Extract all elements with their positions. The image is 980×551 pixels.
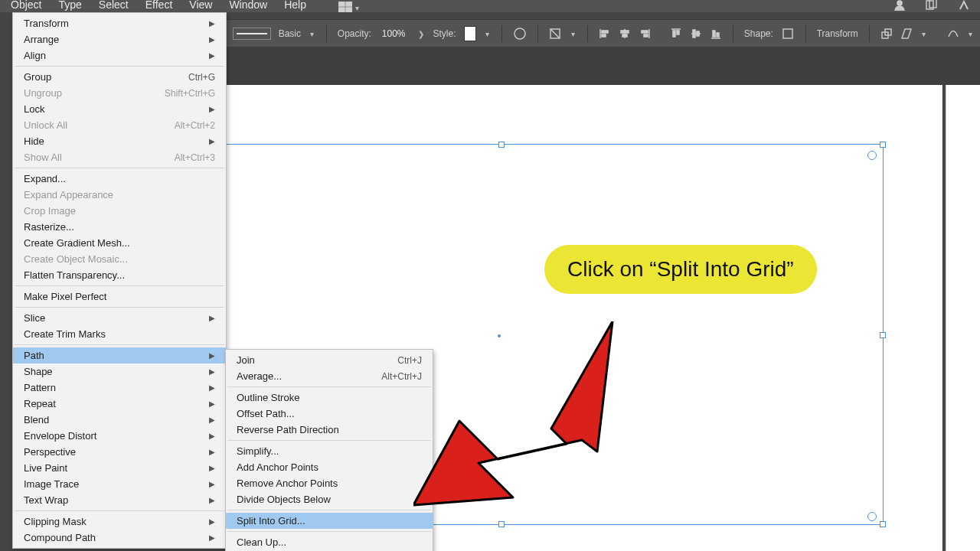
svg-rect-24 [697,31,699,36]
style-swatch[interactable] [464,26,476,41]
object-menu-item[interactable]: Text Wrap▶ [13,492,226,508]
submenu-arrow-icon: ▶ [207,517,215,526]
menu-help[interactable]: Help [276,0,314,12]
object-menu-item[interactable]: Slice▶ [13,310,226,326]
share-icon[interactable] [893,0,906,12]
object-menu-item[interactable]: Envelope Distort▶ [13,428,226,444]
object-menu-item[interactable]: Perspective▶ [13,444,226,460]
menu-separator [227,531,431,532]
path-menu-item[interactable]: Reverse Path Direction [226,422,433,438]
align-bottom-icon[interactable] [710,27,722,41]
align-hcenter-icon[interactable] [619,27,631,41]
object-menu-item[interactable]: GroupCtrl+G [13,69,226,85]
opacity-label: Opacity: [338,28,371,39]
path-menu-item[interactable]: Clean Up... [226,534,433,550]
menu-item-shortcut: Ctrl+G [173,72,215,83]
menu-type[interactable]: Type [51,0,89,12]
menu-item-label: Arrange [24,34,207,45]
menu-window[interactable]: Window [221,0,275,12]
object-menu-item: Create Object Mosaic... [13,251,226,267]
object-menu-item: UngroupShift+Ctrl+G [13,85,226,101]
workspace-switcher-icon[interactable] [338,0,352,14]
separator [537,25,538,42]
object-menu-item[interactable]: Create Gradient Mesh... [13,235,226,251]
align-left-icon[interactable] [599,27,611,41]
object-menu-item[interactable]: Arrange▶ [13,31,226,47]
object-menu-item[interactable]: Lock▶ [13,101,226,117]
isolate-icon[interactable] [548,27,562,41]
arrange-windows-icon[interactable] [925,0,939,12]
path-menu-item[interactable]: Offset Path... [226,406,433,422]
object-menu-item[interactable]: Hide▶ [13,133,226,149]
selection-handle[interactable] [498,142,505,148]
shape-tool-icon[interactable] [781,27,795,41]
path-menu-item[interactable]: Add Anchor Points [226,459,433,475]
corner-widget-icon[interactable] [867,151,877,160]
free-transform-chevron-icon[interactable]: ▾ [967,30,974,38]
free-transform-icon[interactable] [947,27,959,41]
object-menu-item[interactable]: Transform▶ [13,15,226,31]
tab-strip [227,47,980,85]
isolate-chevron-icon[interactable]: ▾ [570,30,577,38]
align-top-icon[interactable] [670,27,682,41]
object-menu-item[interactable]: Repeat▶ [13,396,226,412]
selection-handle[interactable] [880,332,886,338]
object-menu-item[interactable]: Align▶ [13,47,226,64]
path-menu-item[interactable]: Outline Stroke [226,390,433,406]
object-menu-item[interactable]: Rasterize... [13,219,226,235]
object-menu-item[interactable]: Create Trim Marks [13,326,226,342]
object-menu-item[interactable]: Pattern▶ [13,380,226,396]
recolor-icon[interactable] [513,27,527,41]
menu-effect[interactable]: Effect [138,0,181,12]
object-menu-item[interactable]: Compound Path▶ [13,530,226,546]
object-menu-item[interactable]: Image Trace▶ [13,476,226,492]
path-menu-item[interactable]: Simplify... [226,443,433,459]
menu-item-label: Lock [24,103,207,115]
svg-rect-1 [346,2,352,6]
align-vcenter-icon[interactable] [690,27,702,41]
object-menu-item[interactable]: Expand... [13,171,226,187]
object-menu-item[interactable]: Clipping Mask▶ [13,514,226,530]
stroke-profile-button[interactable] [233,28,271,40]
object-menu-item[interactable]: Blend▶ [13,412,226,428]
object-menu-item[interactable]: Flatten Transparency... [13,267,226,283]
path-menu-item[interactable]: JoinCtrl+J [226,352,433,368]
selection-handle[interactable] [880,142,886,148]
menu-object[interactable]: Object [3,0,49,12]
stroke-preset-chevron-icon[interactable]: ▾ [309,30,315,38]
selection-handle[interactable] [498,521,505,527]
opacity-value[interactable]: 100% [379,27,409,41]
menu-view[interactable]: View [181,0,220,12]
menu-item-label: Create Trim Marks [24,328,215,340]
menu-item-label: Path [24,350,207,361]
path-menu-item[interactable]: Remove Anchor Points [226,475,433,491]
path-menu-item[interactable]: Divide Objects Below [226,491,433,507]
tutorial-arrow-icon [413,321,620,513]
menu-item-label: Ungroup [24,87,149,99]
workspace-switcher-chevron-icon[interactable]: ▾ [354,4,361,12]
separator [733,25,733,42]
submenu-arrow-icon: ▶ [207,416,215,424]
opacity-chevron-icon[interactable]: ❯ [416,30,426,38]
shear-icon[interactable] [900,27,913,41]
align-right-icon[interactable] [639,27,651,41]
shear-chevron-icon[interactable]: ▾ [920,30,927,38]
menu-item-label: Transform [24,18,207,29]
menu-item-label: Clean Up... [237,536,422,548]
selection-handle[interactable] [880,521,886,527]
path-menu-item[interactable]: Split Into Grid... [226,513,433,529]
object-menu-item[interactable]: Make Pixel Perfect [13,289,226,305]
menu-item-label: Join [237,354,382,366]
path-menu-item[interactable]: Average...Alt+Ctrl+J [226,368,433,384]
scale-icon[interactable] [880,27,893,41]
search-icon[interactable] [957,0,971,12]
separator [805,25,806,42]
menu-separator [15,66,224,67]
menu-select[interactable]: Select [91,0,136,12]
style-chevron-icon[interactable]: ▾ [484,30,491,38]
menu-separator [15,168,224,168]
object-menu-item[interactable]: Shape▶ [13,364,226,380]
corner-widget-icon[interactable] [867,512,877,521]
object-menu-item[interactable]: Live Paint▶ [13,460,226,476]
object-menu-item[interactable]: Path▶ [13,347,226,364]
